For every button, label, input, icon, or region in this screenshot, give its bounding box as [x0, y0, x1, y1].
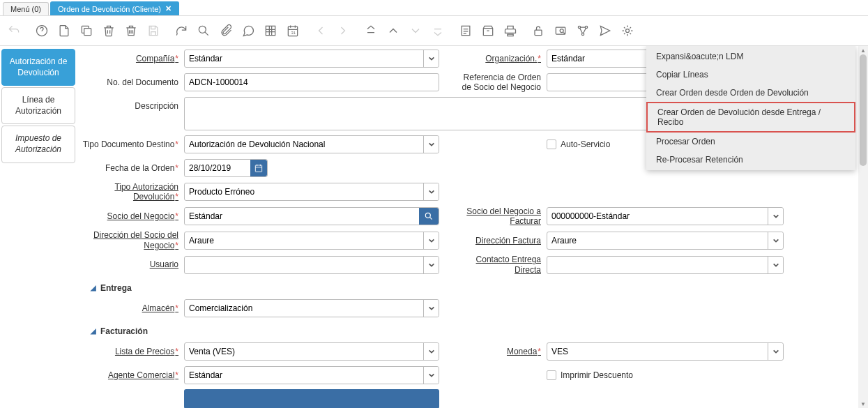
chevron-down-icon[interactable] [768, 208, 783, 225]
up-icon[interactable] [385, 22, 402, 39]
tipoaut-input[interactable] [184, 183, 439, 201]
tipodoc-input[interactable] [184, 135, 439, 153]
refresh-icon[interactable] [173, 22, 190, 39]
agente-input[interactable] [184, 366, 439, 384]
help-icon[interactable] [33, 22, 50, 39]
scrollbar[interactable]: ▲ ▼ [858, 46, 868, 408]
usuario-input[interactable] [184, 256, 439, 274]
copy-icon[interactable] [78, 22, 95, 39]
imprimir-descuento-checkbox[interactable]: Imprimir Descuento [547, 370, 633, 380]
scroll-up-icon[interactable]: ▲ [858, 46, 868, 54]
socio-input[interactable] [184, 207, 439, 225]
section-facturacion-label: Facturación [100, 326, 148, 336]
compania-input[interactable] [184, 50, 439, 68]
label-agente: Agente Comercial* [79, 370, 184, 380]
close-icon[interactable]: ✕ [165, 4, 172, 13]
undo-icon[interactable] [6, 22, 22, 39]
prev-icon[interactable] [312, 22, 329, 39]
checkbox-box [547, 370, 556, 380]
down-icon[interactable] [407, 22, 424, 39]
ctx-copiar-lineas[interactable]: Copiar Líneas [646, 66, 855, 84]
find-icon[interactable] [195, 22, 212, 39]
tab-active[interactable]: Orden de Devolución (Cliente) ✕ [50, 1, 179, 15]
chevron-down-icon[interactable] [423, 367, 439, 384]
print-icon[interactable] [502, 22, 519, 39]
direccion-factura-input[interactable] [547, 232, 784, 250]
calendar-icon[interactable]: 31 [284, 22, 301, 39]
label-fecha: Fecha de la Orden* [79, 163, 184, 173]
first-icon[interactable] [363, 22, 379, 39]
sidebar-item-impuesto[interactable]: Impuesto de Autorización [1, 126, 75, 163]
section-facturacion[interactable]: ◢Facturación [91, 326, 860, 336]
chevron-down-icon[interactable] [423, 257, 439, 273]
label-socio: Socio del Negocio* [79, 211, 184, 221]
scroll-down-icon[interactable]: ▼ [858, 400, 868, 408]
moneda-input[interactable] [547, 342, 784, 361]
ctx-reprocesar-retencion[interactable]: Re-Procesar Retención [646, 151, 855, 169]
search-icon[interactable] [419, 208, 439, 225]
chevron-down-icon[interactable] [423, 136, 439, 153]
tab-active-label: Orden de Devolución (Cliente) [58, 5, 161, 13]
label-direccion-factura: Dirección Factura [456, 236, 547, 245]
tab-menu[interactable]: Menú (0) [3, 2, 49, 15]
chevron-down-icon[interactable] [423, 343, 439, 360]
chat-icon[interactable] [240, 22, 257, 39]
save-icon[interactable] [145, 22, 162, 39]
report-icon[interactable] [457, 22, 474, 39]
calendar-icon[interactable] [250, 160, 267, 176]
grid-icon[interactable] [262, 22, 279, 39]
next-icon[interactable] [335, 22, 351, 39]
sidebar-item-linea[interactable]: Línea de Autorización [1, 87, 75, 124]
workflow-icon[interactable] [574, 22, 591, 39]
numdoc-input[interactable] [184, 73, 439, 91]
almacen-input[interactable] [184, 299, 439, 317]
chevron-down-icon[interactable] [423, 300, 439, 317]
credit-button[interactable] [184, 389, 439, 408]
label-tipoaut: Tipo Autorización Devolución* [79, 182, 184, 202]
sidebar-item-label: Impuesto de Autorización [15, 133, 61, 154]
label-contacto: Contacto Entrega Directa [456, 255, 547, 275]
section-entrega-label: Entrega [100, 283, 132, 293]
request-icon[interactable] [597, 22, 614, 39]
form: Expansi&oacute;n LDM Copiar Líneas Crear… [77, 46, 868, 408]
chevron-down-icon[interactable] [768, 343, 783, 360]
caret-icon: ◢ [91, 284, 96, 292]
autoservicio-checkbox[interactable]: Auto-Servicio [547, 139, 610, 149]
lista-input[interactable] [184, 342, 439, 361]
contacto-input[interactable] [547, 256, 784, 274]
ctx-crear-orden-devolucion-desde-entrega[interactable]: Crear Orden de Devolución desde Entrega … [646, 102, 855, 133]
chevron-down-icon[interactable] [768, 232, 783, 249]
label-direccion: Dirección del Socio del Negocio* [79, 230, 184, 250]
archive-icon[interactable] [480, 22, 496, 39]
delete-icon[interactable] [100, 22, 117, 39]
socio-facturar-input[interactable] [547, 207, 784, 225]
label-moneda: Moneda* [456, 347, 547, 356]
chevron-down-icon[interactable] [423, 50, 439, 67]
direccion-input[interactable] [184, 232, 439, 250]
chevron-down-icon[interactable] [768, 257, 783, 273]
svg-text:31: 31 [291, 31, 296, 35]
label-numdoc: No. del Documento [79, 77, 184, 87]
section-entrega[interactable]: ◢Entrega [91, 283, 860, 293]
svg-point-9 [560, 29, 563, 33]
svg-point-15 [425, 213, 430, 218]
new-icon[interactable] [56, 22, 73, 39]
ctx-crear-orden-desde-devolucion[interactable]: Crear Orden desde Orden de Devolución [646, 84, 855, 102]
lock-icon[interactable] [530, 22, 547, 39]
svg-point-13 [626, 29, 630, 33]
ctx-procesar-orden[interactable]: Procesar Orden [646, 133, 855, 151]
scrollbar-thumb[interactable] [860, 54, 867, 166]
zoom-icon[interactable] [552, 22, 569, 39]
sidebar-item-autorizacion[interactable]: Autorización de Devolución [1, 49, 75, 86]
delete-all-icon[interactable] [123, 22, 139, 39]
last-icon[interactable] [429, 22, 446, 39]
ctx-expansion-ldm[interactable]: Expansi&oacute;n LDM [646, 47, 855, 66]
chevron-down-icon[interactable] [423, 183, 439, 200]
chevron-down-icon[interactable] [423, 232, 439, 249]
svg-rect-3 [266, 26, 275, 35]
label-organizacion: Organización.* [456, 54, 547, 63]
product-icon[interactable] [619, 22, 636, 39]
svg-point-12 [581, 33, 584, 35]
label-socio-facturar: Socio del Negocio a Facturar [456, 206, 547, 227]
attachment-icon[interactable] [218, 22, 234, 39]
